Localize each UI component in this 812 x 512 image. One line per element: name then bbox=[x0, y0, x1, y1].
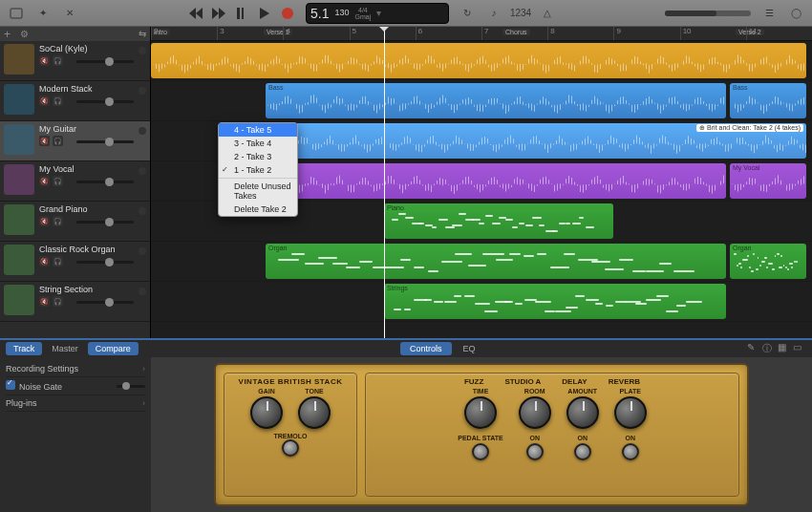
take-tag[interactable]: ⊕ Brit and Clean: Take 2 (4 takes) bbox=[696, 124, 803, 132]
tab-controls[interactable]: Controls bbox=[400, 342, 452, 355]
fuzz-switch[interactable] bbox=[472, 443, 489, 460]
track-lane[interactable]: OrganOrgan bbox=[151, 242, 812, 282]
cycle-icon[interactable]: ↻ bbox=[459, 5, 476, 22]
mute-button[interactable]: 🔇 bbox=[39, 96, 50, 106]
lcd-display[interactable]: 5.1 130 4/4Gmaj ▾ bbox=[306, 3, 449, 24]
takes-menu[interactable]: 4 - Take 53 - Take 42 - Take 31 - Take 2… bbox=[218, 122, 298, 217]
notepad-icon[interactable]: ☰ bbox=[760, 5, 778, 22]
playhead[interactable] bbox=[384, 27, 385, 338]
tuner-icon[interactable]: ♪ bbox=[485, 5, 502, 22]
library-icon[interactable] bbox=[8, 5, 25, 22]
track-lane[interactable] bbox=[151, 41, 812, 81]
gear-icon[interactable]: ⚙ bbox=[20, 29, 29, 39]
track-lane[interactable]: BassBass bbox=[151, 81, 812, 121]
ruler-bar[interactable]: 8 bbox=[547, 27, 613, 40]
track-color-dot[interactable] bbox=[139, 87, 146, 95]
tab-master[interactable]: Master bbox=[44, 342, 86, 355]
region[interactable]: Bass bbox=[266, 83, 726, 118]
ruler-bar[interactable]: 2 bbox=[151, 27, 217, 40]
track-color-dot[interactable] bbox=[139, 288, 146, 295]
master-volume[interactable] bbox=[665, 11, 751, 16]
solo-button[interactable]: 🎧 bbox=[53, 216, 63, 226]
region[interactable] bbox=[151, 43, 806, 78]
region[interactable]: Vocal bbox=[266, 163, 726, 199]
region[interactable]: My Vocal bbox=[730, 163, 806, 199]
takes-menu-item[interactable]: 4 - Take 5 bbox=[219, 123, 297, 137]
volume-slider[interactable] bbox=[76, 100, 134, 103]
arrange-area[interactable]: IntroVerse 1ChorusVerse 2234567891011 Ba… bbox=[151, 27, 812, 338]
plugins-row[interactable]: Plug-ins› bbox=[6, 395, 145, 412]
mute-button[interactable]: 🔇 bbox=[39, 256, 50, 267]
region[interactable]: Organ bbox=[266, 244, 726, 279]
loops-icon[interactable]: ◯ bbox=[787, 5, 804, 22]
forward-button[interactable] bbox=[210, 5, 227, 22]
region[interactable]: Strings bbox=[384, 284, 726, 319]
track-header[interactable]: Modern Stack 🔇 🎧 bbox=[0, 81, 150, 121]
tone-knob[interactable] bbox=[298, 396, 331, 429]
solo-button[interactable]: 🎧 bbox=[53, 176, 63, 186]
record-button[interactable] bbox=[279, 5, 296, 22]
tremolo-switch[interactable] bbox=[282, 439, 299, 457]
volume-slider[interactable] bbox=[76, 140, 134, 143]
ruler-bar[interactable]: 11 bbox=[746, 27, 812, 40]
recording-settings-row[interactable]: Recording Settings› bbox=[6, 361, 145, 377]
solo-button[interactable]: 🎧 bbox=[53, 256, 63, 267]
ruler-bar[interactable]: 3 bbox=[217, 27, 283, 40]
track-color-dot[interactable] bbox=[139, 247, 146, 255]
track-header[interactable]: My Guitar 🔇 🎧 bbox=[0, 121, 150, 161]
volume-slider[interactable] bbox=[76, 181, 134, 183]
takes-menu-item[interactable]: 1 - Take 2 bbox=[219, 163, 297, 177]
pedal-icon[interactable]: ▭ bbox=[793, 342, 806, 355]
volume-slider[interactable] bbox=[76, 221, 134, 224]
mute-button[interactable]: 🔇 bbox=[39, 216, 50, 226]
track-header[interactable]: String Section 🔇 🎧 bbox=[0, 282, 150, 322]
metronome-icon[interactable]: △ bbox=[539, 5, 556, 22]
track-header[interactable]: Grand Piano 🔇 🎧 bbox=[0, 202, 150, 242]
play-button[interactable] bbox=[256, 5, 273, 22]
scissors-icon[interactable]: ✕ bbox=[61, 5, 78, 22]
noise-gate-checkbox[interactable] bbox=[6, 380, 15, 390]
track-color-dot[interactable] bbox=[139, 167, 146, 175]
delay-switch[interactable] bbox=[574, 443, 591, 460]
mute-button[interactable]: 🔇 bbox=[39, 55, 50, 66]
plate-knob[interactable] bbox=[614, 396, 647, 429]
stop-button[interactable] bbox=[233, 5, 250, 22]
track-lane[interactable]: Strings bbox=[151, 282, 812, 322]
tab-eq[interactable]: EQ bbox=[454, 342, 485, 355]
takes-menu-action[interactable]: Delete Unused Takes bbox=[219, 180, 297, 203]
noise-gate-row[interactable]: Noise Gate bbox=[6, 377, 145, 395]
takes-menu-action[interactable]: Delete Take 2 bbox=[219, 203, 297, 216]
inspector-icon[interactable]: ⓘ bbox=[762, 342, 776, 355]
ruler-bar[interactable]: 4 bbox=[283, 27, 349, 40]
volume-slider[interactable] bbox=[76, 60, 134, 63]
solo-button[interactable]: 🎧 bbox=[53, 96, 63, 106]
toggle-icon[interactable]: ⇆ bbox=[139, 29, 146, 39]
takes-menu-item[interactable]: 3 - Take 4 bbox=[219, 137, 297, 150]
takes-menu-item[interactable]: 2 - Take 3 bbox=[219, 150, 297, 163]
studioa-switch[interactable] bbox=[526, 443, 544, 460]
mute-button[interactable]: 🔇 bbox=[39, 296, 50, 307]
ruler[interactable]: IntroVerse 1ChorusVerse 2234567891011 bbox=[151, 27, 812, 41]
track-header[interactable]: SoCal (Kyle) 🔇 🎧 bbox=[0, 41, 150, 81]
fuzz-knob[interactable] bbox=[464, 396, 497, 429]
solo-button[interactable]: 🎧 bbox=[53, 136, 63, 146]
region[interactable]: Organ bbox=[730, 244, 806, 279]
region[interactable]: Piano bbox=[384, 203, 613, 239]
volume-slider[interactable] bbox=[76, 261, 134, 264]
track-header[interactable]: My Vocal 🔇 🎧 bbox=[0, 161, 150, 202]
add-track-button[interactable]: + bbox=[4, 28, 11, 41]
region[interactable]: ⊕ Brit and Clean: Take 2 (4 takes) bbox=[282, 123, 806, 159]
ruler-bar[interactable]: 7 bbox=[481, 27, 547, 40]
rewind-button[interactable] bbox=[187, 5, 204, 22]
amount-knob[interactable] bbox=[566, 396, 599, 429]
region[interactable]: Bass bbox=[730, 83, 806, 118]
volume-slider[interactable] bbox=[76, 301, 134, 304]
solo-button[interactable]: 🎧 bbox=[53, 296, 63, 307]
ruler-bar[interactable]: 6 bbox=[416, 27, 481, 40]
countin-icon[interactable]: 1234 bbox=[512, 5, 529, 22]
quick-help-icon[interactable]: ✦ bbox=[34, 5, 52, 22]
track-header[interactable]: Classic Rock Organ 🔇 🎧 bbox=[0, 242, 150, 282]
ruler-bar[interactable]: 10 bbox=[680, 27, 746, 40]
track-color-dot[interactable] bbox=[139, 47, 146, 54]
track-color-dot[interactable] bbox=[139, 207, 146, 215]
